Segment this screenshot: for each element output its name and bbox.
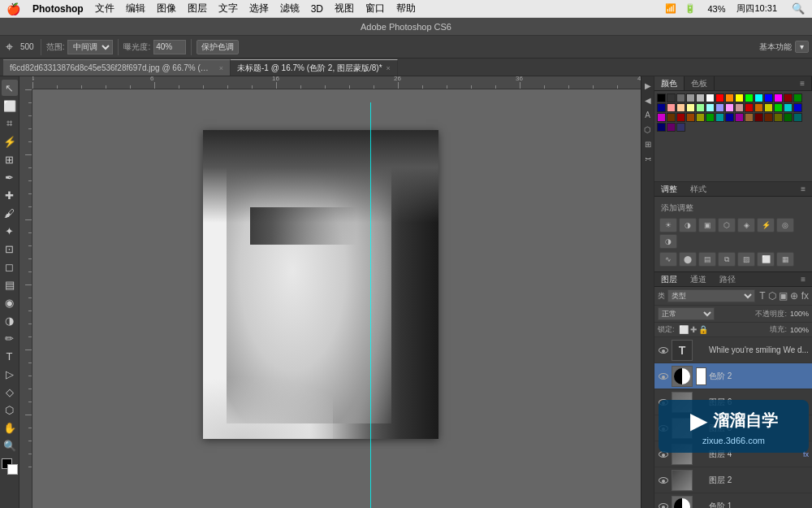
swatch-6[interactable] [715,93,724,102]
protect-btn[interactable]: 保护色调 [197,40,239,54]
tool-hand[interactable]: ✋ [2,419,18,436]
tab-paths[interactable]: 路径 [713,272,742,286]
tool-brush[interactable]: 🖌 [2,205,18,221]
tool-path-select[interactable]: ▷ [2,366,18,382]
swatch-11[interactable] [764,93,773,102]
layer-item-6[interactable]: 色阶 1 [654,493,812,508]
swatch-17[interactable] [676,103,685,112]
swatch-34[interactable] [696,113,705,122]
menu-item-文件[interactable]: 文件 [89,0,120,18]
swatch-18[interactable] [686,103,695,112]
swatch-43[interactable] [784,113,793,122]
swatch-10[interactable] [754,93,763,102]
tool-healing[interactable]: ✚ [2,187,18,203]
tab-channels[interactable]: 通道 [684,272,713,286]
adj-icon-2[interactable]: ▣ [698,218,716,232]
tool-eraser[interactable]: ◻ [2,258,18,275]
menu-item-3D[interactable]: 3D [305,0,329,18]
swatch-14[interactable] [793,93,802,102]
swatch-37[interactable] [725,113,734,122]
adj-icon-7[interactable]: ◑ [659,234,677,249]
adj-icon-9[interactable]: ⬤ [679,252,697,267]
blend-mode-select[interactable]: 正常 [658,307,715,320]
layer-item-0[interactable]: TWhile you're smiling We d... [654,337,812,363]
tool-magic-wand[interactable]: ⚡ [2,133,18,150]
search-icon[interactable]: 🔍 [788,2,809,15]
swatch-13[interactable] [784,93,793,102]
foreground-background-colors[interactable] [2,458,18,475]
swatch-32[interactable] [676,113,685,122]
swatch-3[interactable] [686,93,695,102]
opacity-value[interactable]: 100% [790,310,809,318]
tool-shape[interactable]: ◇ [2,384,18,400]
swatch-47[interactable] [676,123,685,132]
swatch-45[interactable] [657,123,666,132]
swatch-4[interactable] [696,93,705,102]
swatch-46[interactable] [667,123,676,132]
swatch-26[interactable] [764,103,773,112]
menu-item-图像[interactable]: 图像 [151,0,182,18]
swatch-35[interactable] [706,113,715,122]
tool-dodge[interactable]: ◑ [2,312,18,328]
swatch-9[interactable] [745,93,754,102]
menu-item-帮助[interactable]: 帮助 [391,0,421,18]
swatch-12[interactable] [774,93,783,102]
menu-item-选择[interactable]: 选择 [244,0,274,18]
layer-visibility-1[interactable] [658,371,669,382]
adj-icon-10[interactable]: ▤ [698,252,716,267]
right-icon-5[interactable]: ⊞ [642,138,654,150]
swatch-21[interactable] [715,103,724,112]
swatch-36[interactable] [715,113,724,122]
swatch-7[interactable] [725,93,734,102]
adj-icon-12[interactable]: ▨ [737,252,755,267]
adj-icon-0[interactable]: ☀ [659,218,677,232]
adj-icon-14[interactable]: ▦ [776,252,794,267]
swatch-33[interactable] [686,113,695,122]
lock-icon-move[interactable]: ✚ [690,325,697,334]
swatch-20[interactable] [706,103,715,112]
tab2-close[interactable]: × [387,64,391,72]
tab-doc1[interactable]: f6cd82d63313876d8c45e536f28f697d.jpg @ 6… [3,59,231,76]
tab-styles[interactable]: 样式 [684,182,713,196]
swatch-1[interactable] [667,93,676,102]
tool-blur[interactable]: ◉ [2,294,18,310]
tab1-close[interactable]: × [219,64,223,72]
toolbar-selection-tool[interactable]: ⌖ [3,40,15,54]
right-icon-2[interactable]: ◀ [642,94,654,106]
layer-visibility-5[interactable] [658,475,669,486]
lock-icon-all[interactable]: 🔒 [698,325,708,334]
mode-select-area[interactable]: 正常 [658,307,754,320]
swatch-25[interactable] [754,103,763,112]
swatch-41[interactable] [764,113,773,122]
menu-item-滤镜[interactable]: 滤镜 [274,0,305,18]
menu-item-文字[interactable]: 文字 [213,0,244,18]
tab-adjustments[interactable]: 调整 [654,182,684,196]
panel-menu-btn[interactable]: ≡ [793,76,812,90]
tool-gradient[interactable]: ▤ [2,276,18,293]
adj-icon-8[interactable]: ∿ [659,252,677,267]
adj-icon-6[interactable]: ◎ [776,218,794,232]
swatch-31[interactable] [667,113,676,122]
range-select[interactable]: 中间调阴影高光 [67,40,113,54]
fill-value[interactable]: 100% [790,326,809,334]
adj-icon-3[interactable]: ⬡ [718,218,736,232]
adj-icon-11[interactable]: ⧉ [718,252,736,267]
swatch-30[interactable] [657,113,666,122]
background-color[interactable] [7,464,18,475]
swatch-42[interactable] [774,113,783,122]
swatch-8[interactable] [735,93,744,102]
tool-pen[interactable]: ✏ [2,330,18,346]
swatch-19[interactable] [696,103,705,112]
tool-3d[interactable]: ⬡ [2,402,18,418]
swatch-39[interactable] [745,113,754,122]
tool-lasso[interactable]: ⌗ [2,115,18,132]
right-icon-1[interactable]: ▶ [642,80,654,91]
tool-marquee[interactable]: ⬜ [2,98,18,114]
tool-text[interactable]: T [2,348,18,364]
menu-item-窗口[interactable]: 窗口 [360,0,391,18]
tool-history[interactable]: ⊡ [2,241,18,257]
swatch-40[interactable] [754,113,763,122]
right-icon-6[interactable]: ∺ [642,153,654,164]
right-icon-3[interactable]: A [642,109,654,120]
swatch-2[interactable] [676,93,685,102]
